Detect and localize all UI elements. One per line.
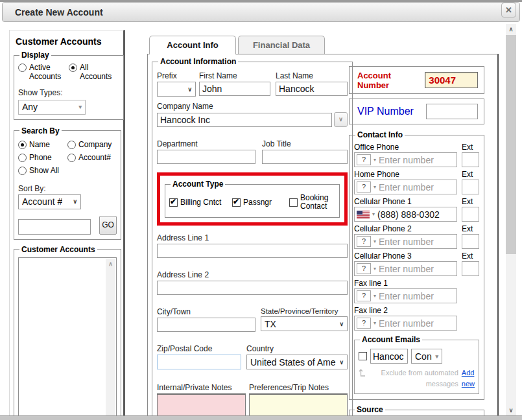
state-value: TX [265,319,276,329]
cellular-phone-1-field[interactable]: ▾ (888) 888-0302 [354,207,457,222]
show-types-value: Any [22,102,38,112]
radio-icon [69,64,77,72]
email-type-select[interactable]: Con ▾ [411,349,442,364]
address-line-2-field[interactable] [157,281,348,295]
radio-label: All Accounts [80,64,113,82]
country-value: United States of Ame [250,357,336,368]
radio-search-account[interactable]: Account# [67,152,117,165]
state-select[interactable]: TX ∨ [261,316,348,331]
cellular-phone-2-field[interactable]: ? ▾ Enter number [354,234,457,249]
radio-label: Company [78,141,112,150]
chevron-down-icon: ∨ [509,407,514,414]
radio-show-all[interactable]: Show All [18,165,67,178]
add-link[interactable]: Add [462,368,475,379]
dialog-scrollbar[interactable]: ∧ ∨ [506,24,516,415]
email-checkbox[interactable] [359,352,367,360]
display-fieldset: Display Active Accounts All Accounts Sho… [14,51,124,120]
radio-icon [18,167,27,175]
phone-type-button[interactable]: ? [357,263,371,274]
display-legend: Display [19,51,51,60]
account-emails-legend: Account Emails [360,335,422,344]
dialog-title: Create New Account [3,7,103,18]
office-phone-field[interactable]: ? ▾ Enter number [354,152,457,167]
radio-search-name[interactable]: Name [18,139,67,152]
tab-account-info[interactable]: Account Info [149,36,236,54]
home-phone-ext-field[interactable] [462,180,479,194]
radio-search-company[interactable]: Company [67,139,117,152]
search-input[interactable] [18,219,91,235]
cellular-phone-1-value: (888) 888-0302 [377,209,440,220]
checkbox-passenger[interactable]: Passngr [232,198,289,207]
chevron-down-icon: ▾ [374,239,376,244]
radio-search-phone[interactable]: Phone [18,152,67,165]
company-name-field[interactable] [157,113,332,127]
home-phone-label: Home Phone [354,170,457,179]
cellular-phone-3-ext-field[interactable] [462,261,479,276]
vip-number-box: VIP Number [349,99,484,124]
close-button[interactable]: ✕ [501,3,516,18]
company-expand-button[interactable]: ∨ [334,112,348,127]
chevron-down-icon: ▾ [374,184,376,190]
phone-type-button[interactable]: ? [357,154,371,165]
phone-placeholder: Enter number [379,291,434,301]
scrollbar-thumb[interactable] [506,35,516,254]
office-phone-ext-field[interactable] [462,152,479,167]
account-information-fieldset: Account Information Prefix ∨ First Name … [152,57,353,420]
radio-icon [18,64,27,72]
checkbox-booking-contact[interactable]: Booking Contact [289,194,335,211]
account-type-legend: Account Type [171,180,225,189]
contact-info-fieldset: Contact Info Office Phone Ext ? ▾ Enter … [349,130,484,400]
new-link[interactable]: new [462,379,475,390]
phone-type-button[interactable]: ? [357,181,371,192]
city-town-field[interactable] [157,318,255,332]
email-field[interactable] [370,349,408,364]
job-title-field[interactable] [262,150,348,164]
department-field[interactable] [157,150,255,164]
checkbox-billing-contact[interactable]: Billing Cntct [169,198,232,207]
radio-icon [67,154,76,162]
home-phone-field[interactable]: ? ▾ Enter number [354,180,457,194]
phone-type-button[interactable]: ? [357,236,371,247]
prefix-select[interactable]: ∨ [157,82,196,97]
fax-line-1-field[interactable]: ? ▾ Enter number [354,288,457,303]
last-name-field[interactable] [276,82,348,96]
vip-number-field[interactable] [426,104,478,119]
sort-by-select[interactable]: Account # ∨ [18,194,81,209]
dialog-titlebar: Create New Account [2,2,520,22]
close-icon: ✕ [505,5,512,15]
tab-financial-data[interactable]: Financial Data [238,36,325,54]
applies-to-above-icon [359,368,366,378]
country-label: Country [246,344,348,353]
scroll-up-button[interactable]: ∧ [506,24,516,34]
cellular-phone-2-ext-field[interactable] [462,234,479,249]
radio-all-accounts[interactable]: All Accounts [69,64,119,82]
chevron-down-icon: ∨ [338,116,343,122]
radio-label: Show All [29,167,59,176]
email-type-value: Con [415,351,432,362]
customer-accounts-list-fieldset: Customer Accounts ∧ [14,245,121,420]
fax-line-2-field[interactable]: ? ▾ Enter number [354,316,457,331]
checkbox-icon [169,198,178,207]
tab-bar: Account Info Financial Data [149,36,325,54]
first-name-field[interactable] [199,82,270,96]
country-select[interactable]: United States of Ame ∨ [246,355,348,369]
phone-type-button[interactable]: ? [357,290,371,301]
show-types-select[interactable]: Any ▾ [18,100,86,115]
cellular-phone-2-label: Cellular Phone 2 [354,224,457,233]
customer-accounts-listbox[interactable]: ∧ [18,257,117,420]
checkbox-label: Booking Contact [300,194,335,211]
address-line-2-label: Address Line 2 [157,270,348,279]
cellular-phone-1-ext-field[interactable] [462,207,479,222]
scroll-down-button[interactable]: ∨ [506,405,516,415]
radio-active-accounts[interactable]: Active Accounts [18,64,69,82]
phone-type-button[interactable]: ? [357,318,371,329]
go-button[interactable]: GO [99,216,117,235]
chevron-down-icon: ▾ [372,211,375,217]
cellular-phone-3-field[interactable]: ? ▾ Enter number [354,261,457,276]
chevron-down-icon: ▾ [78,104,82,110]
address-line-1-field[interactable] [157,244,348,258]
fax-line-1-label: Fax line 1 [354,279,479,288]
phone-placeholder: Enter number [379,182,434,192]
listbox-scrollbar[interactable]: ∧ [106,259,115,420]
zip-postal-code-field[interactable] [157,355,241,369]
